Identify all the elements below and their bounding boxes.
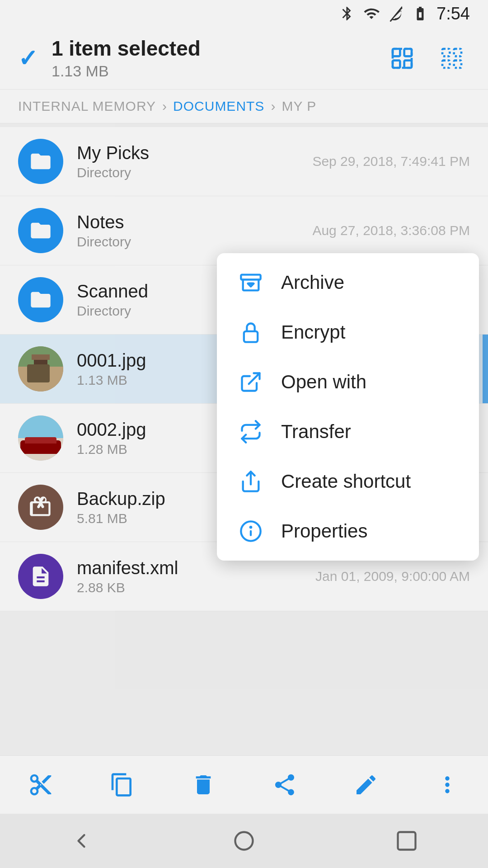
svg-rect-17 xyxy=(398,832,416,850)
select-all-button[interactable] xyxy=(384,40,420,76)
file-name: My Picks xyxy=(77,143,312,163)
checkmark-icon: ✓ xyxy=(18,45,38,72)
file-meta: Directory xyxy=(77,165,312,180)
menu-label-archive: Archive xyxy=(281,272,344,293)
header-subtitle: 1.13 MB xyxy=(52,62,201,80)
menu-label-encrypt: Encrypt xyxy=(281,321,345,343)
menu-label-createshortcut: Create shortcut xyxy=(281,471,411,492)
folder-avatar-notes xyxy=(18,208,63,253)
file-name: manifest.xml xyxy=(77,558,315,578)
header-info: 1 item selected 1.13 MB xyxy=(52,36,201,80)
delete-button[interactable] xyxy=(185,767,221,803)
share-button[interactable] xyxy=(267,767,303,803)
shortcut-icon xyxy=(239,469,263,494)
breadcrumb-myp: MY P xyxy=(282,99,316,114)
menu-item-createshortcut[interactable]: Create shortcut xyxy=(217,457,479,506)
menu-item-transfer[interactable]: Transfer xyxy=(217,407,479,457)
breadcrumb: INTERNAL MEMORY › DOCUMENTS › MY P xyxy=(0,90,488,123)
svg-line-11 xyxy=(249,373,260,384)
svg-rect-8 xyxy=(454,60,461,67)
archive-icon xyxy=(239,270,263,295)
home-button[interactable] xyxy=(217,823,271,859)
svg-rect-4 xyxy=(393,49,412,68)
file-meta: Directory xyxy=(77,234,312,250)
rename-button[interactable] xyxy=(348,767,384,803)
file-thumbnail-0001 xyxy=(18,346,63,392)
folder-avatar-mypicks xyxy=(18,139,63,184)
header-actions xyxy=(384,40,470,76)
menu-item-properties[interactable]: Properties xyxy=(217,506,479,556)
svg-rect-10 xyxy=(244,331,258,342)
file-meta: 2.88 KB xyxy=(77,580,315,595)
file-info-mypicks: My Picks Directory xyxy=(77,143,312,180)
signal-icon xyxy=(388,5,404,22)
menu-item-archive[interactable]: Archive xyxy=(217,258,479,307)
svg-rect-6 xyxy=(454,49,461,56)
select-none-button[interactable] xyxy=(434,40,470,76)
copy-button[interactable] xyxy=(104,767,140,803)
bluetooth-icon xyxy=(339,5,355,22)
status-icons: 7:54 xyxy=(339,4,470,24)
svg-point-16 xyxy=(235,832,253,850)
breadcrumb-arrow-1: › xyxy=(162,99,167,114)
svg-rect-5 xyxy=(442,49,450,56)
folder-avatar-scanned xyxy=(18,277,63,322)
status-time: 7:54 xyxy=(436,4,470,24)
bottom-toolbar xyxy=(0,755,488,814)
info-icon xyxy=(239,519,263,543)
menu-label-properties: Properties xyxy=(281,520,367,542)
status-bar: 7:54 xyxy=(0,0,488,27)
breadcrumb-arrow-2: › xyxy=(271,99,275,114)
breadcrumb-documents[interactable]: DOCUMENTS xyxy=(173,99,264,114)
wifi-icon xyxy=(363,5,380,22)
header-title: 1 item selected xyxy=(52,36,201,61)
file-name: Notes xyxy=(77,212,312,232)
openwith-icon xyxy=(239,370,263,394)
breadcrumb-internal-memory[interactable]: INTERNAL MEMORY xyxy=(18,99,156,114)
file-thumbnail-0002 xyxy=(18,415,63,461)
menu-label-openwith: Open with xyxy=(281,371,366,393)
recents-button[interactable] xyxy=(380,823,434,859)
nav-bar xyxy=(0,814,488,868)
svg-rect-2 xyxy=(393,60,400,67)
document-avatar-manifest xyxy=(18,554,63,599)
transfer-icon xyxy=(239,420,263,444)
file-date: Jan 01, 2009, 9:00:00 AM xyxy=(315,569,470,584)
more-button[interactable] xyxy=(429,767,465,803)
file-date: Sep 29, 2018, 7:49:41 PM xyxy=(312,154,470,169)
svg-rect-0 xyxy=(393,49,400,56)
menu-label-transfer: Transfer xyxy=(281,421,351,443)
menu-item-openwith[interactable]: Open with xyxy=(217,357,479,407)
file-date: Aug 27, 2018, 3:36:08 PM xyxy=(312,223,470,238)
svg-rect-9 xyxy=(241,275,260,280)
svg-rect-1 xyxy=(404,49,412,56)
cut-button[interactable] xyxy=(23,767,59,803)
header: ✓ 1 item selected 1.13 MB xyxy=(0,27,488,90)
list-item[interactable]: My Picks Directory Sep 29, 2018, 7:49:41… xyxy=(0,127,488,196)
file-info-notes: Notes Directory xyxy=(77,212,312,250)
battery-icon xyxy=(412,5,428,22)
svg-rect-3 xyxy=(404,60,412,67)
header-left: ✓ 1 item selected 1.13 MB xyxy=(18,36,201,80)
back-button[interactable] xyxy=(54,823,108,859)
lock-icon xyxy=(239,320,263,344)
archive-avatar-backup xyxy=(18,485,63,530)
menu-item-encrypt[interactable]: Encrypt xyxy=(217,307,479,357)
context-menu: Archive Encrypt Open with xyxy=(217,253,479,561)
svg-rect-7 xyxy=(442,60,450,67)
file-info-manifest: manifest.xml 2.88 KB xyxy=(77,558,315,595)
